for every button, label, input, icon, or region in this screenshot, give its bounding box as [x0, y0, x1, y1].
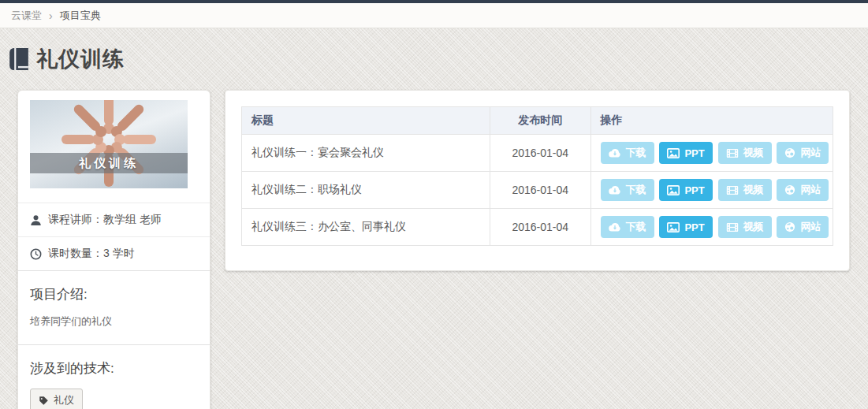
intro-section: 项目介绍: 培养同学们的礼仪	[18, 270, 210, 344]
table-row: 礼仪训练三：办公室、同事礼仪 2016-01-04 下载 PPT	[242, 209, 833, 246]
lesson-title: 礼仪训练三：办公室、同事礼仪	[242, 209, 490, 246]
button-label: 下载	[626, 183, 646, 197]
website-button[interactable]: 网站	[777, 216, 829, 238]
lesson-title: 礼仪训练二：职场礼仪	[242, 172, 490, 209]
user-icon	[30, 214, 42, 226]
button-label: 视频	[743, 220, 764, 234]
lesson-title: 礼仪训练一：宴会聚会礼仪	[242, 135, 490, 172]
button-label: 网站	[800, 146, 821, 160]
cover-title: 礼仪训练	[79, 156, 139, 171]
film-icon	[726, 222, 739, 232]
film-icon	[726, 185, 739, 195]
col-header-actions: 操作	[590, 107, 833, 135]
ppt-button[interactable]: PPT	[659, 142, 712, 164]
button-label: PPT	[684, 184, 704, 196]
hands-circle-illustration	[30, 100, 188, 188]
download-button[interactable]: 下载	[601, 142, 654, 164]
breadcrumb-home-link[interactable]: 云课堂	[11, 9, 42, 23]
tag-icon	[39, 396, 49, 406]
button-label: PPT	[684, 221, 704, 233]
intro-heading: 项目介绍:	[30, 285, 198, 303]
actions-cell: 下载 PPT 视频 网站	[590, 135, 833, 172]
page-title: 礼仪训练	[36, 45, 125, 73]
video-button[interactable]: 视频	[718, 142, 772, 164]
cloud-download-icon	[609, 148, 621, 158]
cloud-download-icon	[609, 222, 621, 232]
globe-icon	[784, 184, 795, 195]
instructor-label: 课程讲师：教学组 老师	[48, 213, 162, 227]
button-label: 视频	[743, 146, 764, 160]
button-label: PPT	[684, 147, 704, 159]
table-header-row: 标题 发布时间 操作	[242, 107, 833, 135]
table-row: 礼仪训练二：职场礼仪 2016-01-04 下载 PPT	[242, 172, 833, 209]
lesson-date: 2016-01-04	[490, 209, 591, 246]
lesson-date: 2016-01-04	[490, 172, 591, 209]
cloud-download-icon	[609, 185, 621, 195]
course-cover-image: 礼仪训练	[30, 100, 188, 188]
ppt-button[interactable]: PPT	[659, 216, 712, 238]
ppt-button[interactable]: PPT	[659, 179, 712, 201]
website-button[interactable]: 网站	[777, 179, 829, 201]
tech-heading: 涉及到的技术:	[30, 359, 198, 377]
tag-label: 礼仪	[54, 393, 74, 407]
lessons-panel: 标题 发布时间 操作 礼仪训练一：宴会聚会礼仪 2016-01-04 下载	[225, 90, 850, 271]
table-row: 礼仪训练一：宴会聚会礼仪 2016-01-04 下载 PPT	[242, 135, 833, 172]
clock-icon	[30, 248, 42, 260]
video-button[interactable]: 视频	[718, 216, 772, 238]
lessons-table: 标题 发布时间 操作 礼仪训练一：宴会聚会礼仪 2016-01-04 下载	[241, 106, 833, 246]
globe-icon	[784, 147, 795, 158]
breadcrumb: 云课堂 › 项目宝典	[0, 3, 868, 28]
picture-icon	[667, 185, 680, 195]
button-label: 网站	[800, 220, 821, 234]
breadcrumb-current: 项目宝典	[60, 9, 101, 23]
tech-section: 涉及到的技术: 礼仪	[18, 344, 210, 409]
button-label: 网站	[800, 183, 821, 197]
button-label: 下载	[626, 220, 646, 234]
film-icon	[726, 148, 739, 158]
picture-icon	[667, 222, 680, 232]
book-icon	[9, 48, 28, 70]
website-button[interactable]: 网站	[777, 142, 829, 164]
course-info-card: 礼仪训练 课程讲师：教学组 老师 课时数量：3 学时 项目介绍: 培养同学们的礼…	[17, 90, 210, 409]
col-header-title: 标题	[242, 107, 490, 135]
button-label: 视频	[743, 183, 764, 197]
lesson-date: 2016-01-04	[490, 135, 591, 172]
video-button[interactable]: 视频	[718, 179, 772, 201]
actions-cell: 下载 PPT 视频 网站	[590, 172, 833, 209]
actions-cell: 下载 PPT 视频 网站	[590, 209, 833, 246]
picture-icon	[667, 148, 680, 158]
cover-title-banner: 礼仪训练	[30, 153, 188, 173]
tech-tag-button[interactable]: 礼仪	[30, 389, 83, 409]
page-header: 礼仪训练	[0, 28, 868, 90]
globe-icon	[784, 221, 795, 232]
intro-text: 培养同学们的礼仪	[30, 314, 198, 329]
instructor-row: 课程讲师：教学组 老师	[18, 203, 210, 236]
hours-label: 课时数量：3 学时	[48, 247, 135, 261]
button-label: 下载	[626, 146, 646, 160]
breadcrumb-separator-icon: ›	[49, 9, 53, 22]
download-button[interactable]: 下载	[601, 179, 654, 201]
col-header-date: 发布时间	[490, 107, 591, 135]
hours-row: 课时数量：3 学时	[18, 236, 210, 270]
download-button[interactable]: 下载	[601, 216, 654, 238]
